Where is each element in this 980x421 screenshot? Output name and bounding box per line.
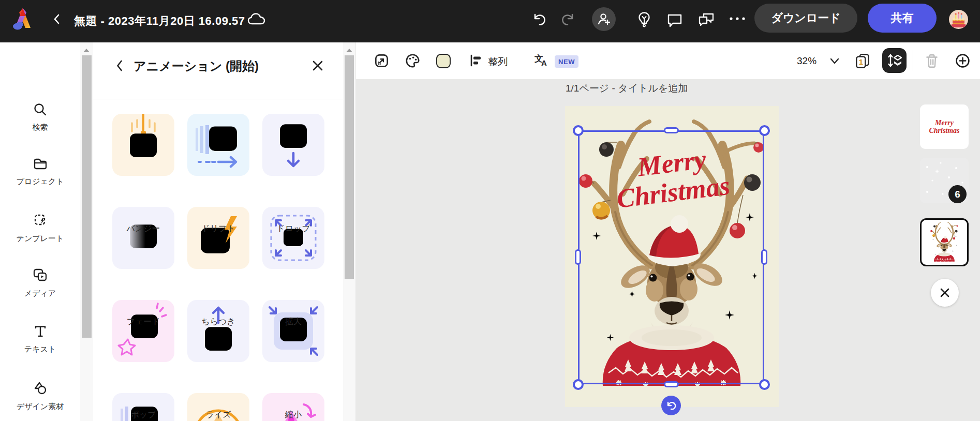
bungee-animation-icon (112, 114, 174, 176)
selection-handle-top[interactable] (664, 127, 679, 133)
tile-label: バンジー (107, 223, 180, 234)
tile-label: ライズ (182, 410, 255, 420)
zoom-in-animation-icon (262, 207, 324, 269)
download-button[interactable]: ダウンロード (754, 4, 857, 33)
chat-threads-icon[interactable] (697, 12, 715, 28)
panel-back-icon[interactable] (115, 59, 124, 72)
cloud-sync-icon (247, 11, 266, 27)
lightbulb-icon[interactable] (637, 11, 651, 28)
deer-thumbnail-image (927, 220, 961, 265)
rise-animation-icon (187, 300, 249, 362)
animation-tile-fade[interactable] (112, 207, 174, 269)
page-indicator-label[interactable]: 1/1ページ - タイトルを追加 (566, 82, 688, 95)
birthday-cake-avatar-image (949, 10, 968, 29)
account-avatar[interactable] (949, 10, 968, 29)
drop-animation-icon (262, 114, 324, 176)
selection-handle-top-right[interactable] (759, 125, 770, 136)
new-feature-badge: NEW (555, 55, 578, 68)
hidden-layers-badge[interactable]: 6 (948, 185, 967, 203)
sidebar-item-templates[interactable]: テンプレート (0, 213, 80, 244)
document-title: 無題 - 2023年11月20日 16.09.57 (74, 0, 245, 42)
trash-icon[interactable] (925, 53, 939, 69)
text-icon (34, 325, 47, 338)
close-icon (939, 287, 951, 299)
sidebar-item-design-assets[interactable]: デザイン素材 (0, 381, 80, 412)
rotate-icon (665, 400, 677, 411)
comment-icon[interactable] (666, 13, 683, 28)
toolbar-divider (913, 50, 913, 71)
layer-thumbnail-deer-selected[interactable] (920, 218, 969, 266)
top-bar: 無題 - 2023年11月20日 16.09.57 ダウンロード 共有 (0, 0, 980, 42)
projects-folder-icon (33, 157, 48, 171)
tile-label: 縮小 (257, 410, 330, 420)
animation-tile-zoom-out[interactable] (262, 300, 324, 362)
templates-icon (33, 213, 48, 228)
scrollbar-up-arrow[interactable] (83, 49, 90, 52)
sidebar-item-search[interactable]: 検索 (0, 102, 80, 132)
animation-tile-drop[interactable] (262, 114, 324, 176)
selection-handle-bottom-right[interactable] (759, 379, 770, 390)
selection-handle-top-left[interactable] (573, 125, 584, 136)
search-icon (33, 102, 47, 116)
animation-tile-rise[interactable] (187, 300, 249, 362)
animate-button[interactable] (882, 48, 907, 73)
pages-icon[interactable]: 1 (854, 53, 871, 69)
redo-icon[interactable] (559, 12, 575, 27)
selection-box[interactable] (578, 130, 764, 384)
sidebar-item-text[interactable]: テキスト (0, 325, 80, 354)
panel-title: アニメーション (開始) (133, 58, 259, 74)
rotate-handle[interactable] (661, 396, 681, 415)
tile-label: ドリフト (182, 223, 255, 234)
left-sidebar: 検索 プロジェクト テンプレート メディア テキスト デザイン素材 グリッド (0, 42, 80, 421)
selection-handle-bottom[interactable] (664, 381, 679, 387)
add-page-icon[interactable] (955, 53, 970, 68)
color-palette-icon[interactable] (405, 53, 420, 68)
back-icon[interactable] (52, 13, 62, 25)
tile-label: フェード (107, 317, 180, 327)
share-button[interactable]: 共有 (868, 4, 937, 33)
tile-label: ちらつき (182, 317, 255, 327)
design-assets-icon (33, 381, 48, 396)
add-person-icon (597, 12, 611, 26)
canvas-toolbar: 整列 文 A NEW 32% 1 (356, 42, 980, 79)
panel-scrollbar-thumb[interactable] (345, 55, 354, 279)
fade-animation-icon (112, 207, 174, 269)
pop-animation-icon (112, 300, 174, 362)
align-label[interactable]: 整列 (488, 55, 508, 69)
selection-handle-right[interactable] (761, 249, 767, 265)
deselect-button[interactable] (931, 279, 959, 307)
panel-scrollbar[interactable] (343, 42, 355, 421)
animation-tile-flicker[interactable] (187, 207, 249, 269)
panel-close-icon[interactable] (311, 59, 324, 72)
selection-handle-bottom-left[interactable] (573, 379, 584, 390)
translate-icon[interactable]: 文 A (534, 54, 550, 68)
animation-tile-pop[interactable] (112, 300, 174, 362)
animation-tile-drift[interactable] (187, 114, 249, 176)
fill-color-swatch[interactable] (436, 54, 451, 68)
media-icon (33, 268, 48, 282)
sidebar-item-media[interactable]: メディア (0, 268, 80, 298)
thumbnail-text: MerryChristmas (929, 119, 959, 134)
sidebar-scrollbar[interactable] (80, 42, 93, 421)
panel-header: アニメーション (開始) (93, 42, 343, 99)
layer-thumbnail-text[interactable]: MerryChristmas (920, 104, 969, 149)
sidebar-item-projects[interactable]: プロジェクト (0, 157, 80, 187)
svg-text:1: 1 (859, 57, 863, 66)
animation-tile-bungee[interactable] (112, 114, 174, 176)
selection-handle-left[interactable] (575, 249, 581, 265)
adobe-express-logo[interactable] (12, 7, 34, 30)
animate-icon (887, 53, 902, 68)
resize-icon[interactable] (374, 53, 389, 68)
scrollbar-up-arrow[interactable] (346, 49, 352, 52)
animation-tile-zoom-in[interactable] (262, 207, 324, 269)
flicker-animation-icon (187, 207, 249, 269)
chevron-down-icon[interactable] (829, 57, 840, 65)
sidebar-scrollbar-thumb[interactable] (82, 55, 92, 338)
align-icon[interactable] (469, 54, 483, 67)
more-options-icon[interactable] (729, 16, 746, 22)
invite-people-button[interactable] (592, 7, 616, 31)
tile-label: 拡大 (257, 317, 330, 327)
undo-icon[interactable] (532, 12, 548, 27)
drift-animation-icon (187, 114, 249, 176)
zoom-level[interactable]: 32% (797, 55, 816, 67)
